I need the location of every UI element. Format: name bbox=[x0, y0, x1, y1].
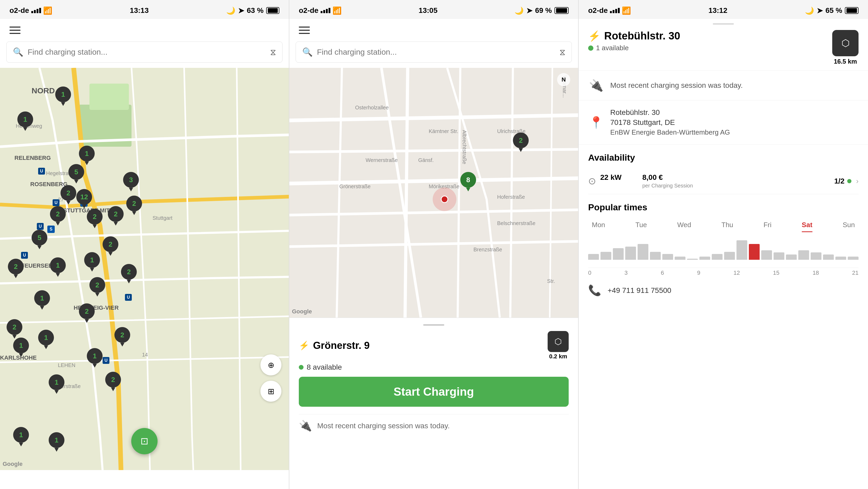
chart-bar-5 bbox=[650, 252, 661, 260]
power-block-3: 22 kW 8,00 € per Charging Session bbox=[600, 173, 834, 189]
pin-bubble: 1 bbox=[34, 290, 50, 306]
chart-label-0: 0 bbox=[588, 269, 591, 276]
pin-bubble: 12 bbox=[76, 189, 92, 205]
filter-icon-2[interactable]: ⧖ bbox=[559, 47, 565, 57]
pin-tail bbox=[127, 280, 131, 284]
u-badge: U bbox=[38, 168, 45, 174]
nav-section-2: ⬡ 0.2 km bbox=[548, 331, 569, 360]
map-background-1: Heldenweg RELENBERG Hegelstraße ROSENBER… bbox=[0, 68, 289, 470]
map-pin[interactable]: 1 bbox=[18, 111, 33, 131]
signal-bar bbox=[610, 11, 612, 13]
map-pin[interactable]: 2 bbox=[87, 209, 102, 228]
signal-bar bbox=[618, 8, 620, 13]
pin-tail bbox=[66, 201, 70, 204]
pin-tail bbox=[12, 335, 17, 338]
map-pin[interactable]: 2 bbox=[102, 236, 118, 256]
day-fri[interactable]: Fri bbox=[760, 219, 775, 231]
signal-3 bbox=[610, 8, 620, 13]
pin-bubble: 5 bbox=[32, 230, 48, 246]
map-pin[interactable]: 1 bbox=[55, 87, 71, 106]
station-header-2: ⚡ Grönerstr. 9 ⬡ 0.2 km bbox=[299, 331, 569, 360]
map-pin[interactable]: 2 bbox=[89, 277, 105, 297]
availability-title-3: Availability bbox=[588, 153, 859, 163]
chart-bar-18 bbox=[811, 252, 822, 260]
popular-title-3: Popular times bbox=[588, 202, 859, 213]
availability-row-3[interactable]: ⊙ 22 kW 8,00 € per Charging Session 1/2 … bbox=[588, 168, 859, 194]
map-pin[interactable]: 2 bbox=[105, 372, 121, 391]
search-input-1[interactable] bbox=[28, 47, 266, 57]
search-bar-2[interactable]: 🔍 ⧖ bbox=[296, 41, 572, 63]
map-pin[interactable]: 12 bbox=[76, 189, 92, 208]
search-bar-1[interactable]: 🔍 ⧖ bbox=[6, 41, 282, 63]
map-pin[interactable]: 5 bbox=[32, 230, 48, 249]
pin-bubble-green: 8 bbox=[460, 172, 476, 188]
pin-tail bbox=[108, 252, 113, 256]
map-pin[interactable]: 1 bbox=[87, 348, 102, 367]
top-nav-2 bbox=[289, 19, 578, 41]
map-pin[interactable]: 2 bbox=[79, 303, 95, 323]
location-dot-inner bbox=[441, 196, 448, 203]
wifi-icon-3: 📶 bbox=[622, 6, 631, 15]
map-pin[interactable]: 2 bbox=[61, 185, 76, 204]
pin-bubble: 1 bbox=[49, 374, 64, 390]
day-tue[interactable]: Tue bbox=[632, 219, 651, 231]
locate-button-1[interactable]: ⊕ bbox=[260, 354, 281, 376]
day-wed[interactable]: Wed bbox=[674, 219, 695, 231]
map-pin[interactable]: 1 bbox=[49, 374, 64, 394]
day-sat[interactable]: Sat bbox=[798, 219, 816, 231]
chart-label-6: 6 bbox=[661, 269, 664, 276]
map-pin[interactable]: 2 bbox=[115, 327, 130, 347]
filter-icon-1[interactable]: ⧖ bbox=[270, 47, 276, 57]
pin-bubble: 1 bbox=[79, 145, 95, 161]
sheet-handle-2 bbox=[423, 324, 444, 326]
map-area-1[interactable]: Heldenweg RELENBERG Hegelstraße ROSENBER… bbox=[0, 68, 289, 470]
layers-button-1[interactable]: ⊞ bbox=[260, 381, 281, 402]
map-pin[interactable]: 1 bbox=[50, 257, 66, 277]
navigate-button-2[interactable]: ⬡ bbox=[548, 331, 569, 352]
map-pin[interactable]: 1 bbox=[13, 337, 29, 357]
detail-navigate-button-3[interactable]: ⬡ bbox=[832, 30, 859, 56]
day-mon[interactable]: Mon bbox=[588, 219, 609, 231]
map-pin[interactable]: 5 bbox=[68, 164, 84, 184]
map-pin[interactable]: 1 bbox=[84, 252, 100, 271]
hamburger-line bbox=[9, 33, 21, 34]
chart-label-12: 12 bbox=[733, 269, 740, 276]
battery-pct-1: 63 % bbox=[247, 6, 264, 15]
map-pin[interactable]: 1 bbox=[79, 145, 95, 165]
compass-2: N bbox=[557, 73, 570, 86]
map-pin[interactable]: 1 bbox=[34, 290, 50, 310]
map-pin-2[interactable]: 2 bbox=[513, 132, 529, 152]
avail-price-3: 8,00 € bbox=[642, 173, 693, 182]
pin-tail bbox=[120, 343, 124, 347]
hamburger-line bbox=[9, 27, 21, 28]
map-pin-selected-2[interactable]: 8 bbox=[460, 172, 476, 191]
day-sun[interactable]: Sun bbox=[839, 219, 859, 231]
pin-bubble: 2 bbox=[61, 185, 76, 201]
map-pin[interactable]: 2 bbox=[7, 319, 22, 338]
location-icon-3: ➤ bbox=[817, 6, 823, 15]
pin-bubble: 1 bbox=[13, 427, 29, 443]
map-pin[interactable]: 2 bbox=[108, 206, 124, 226]
pin-tail bbox=[55, 448, 59, 452]
hamburger-menu-1[interactable] bbox=[9, 27, 21, 34]
scan-button-1[interactable]: ⊡ bbox=[131, 428, 158, 454]
signal-bar bbox=[613, 10, 614, 13]
map-pin[interactable]: 2 bbox=[8, 259, 24, 278]
pin-tail bbox=[19, 443, 23, 447]
pin-bubble: 5 bbox=[68, 164, 84, 180]
time-2: 13:05 bbox=[419, 6, 438, 15]
hamburger-menu-2[interactable] bbox=[299, 27, 310, 34]
map-pin[interactable]: 3 bbox=[123, 172, 139, 191]
map-pin[interactable]: 2 bbox=[126, 196, 142, 215]
map-pin[interactable]: 1 bbox=[38, 330, 54, 349]
day-thu[interactable]: Thu bbox=[718, 219, 737, 231]
map-pin[interactable]: 2 bbox=[121, 264, 137, 284]
pin-tail bbox=[44, 346, 48, 349]
start-charging-button-2[interactable]: Start Charging bbox=[299, 377, 569, 407]
map-area-2[interactable]: Osterholzallee Kärntner Str. Ulrichstraß… bbox=[289, 68, 578, 318]
map-pin[interactable]: 1 bbox=[49, 432, 64, 452]
search-input-2[interactable] bbox=[317, 47, 555, 57]
map-pin[interactable]: 1 bbox=[13, 427, 29, 447]
map-pin[interactable]: 2 bbox=[50, 206, 66, 226]
pin-tail bbox=[40, 306, 44, 310]
